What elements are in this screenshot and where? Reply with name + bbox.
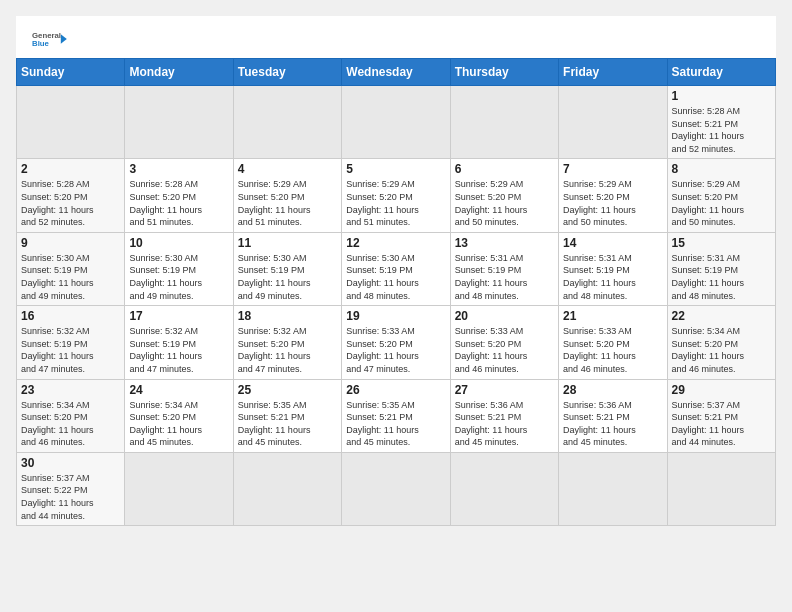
day-info: Sunrise: 5:30 AM Sunset: 5:19 PM Dayligh… — [346, 252, 445, 302]
day-number: 25 — [238, 383, 337, 397]
weekday-header-row: SundayMondayTuesdayWednesdayThursdayFrid… — [17, 59, 776, 86]
day-info: Sunrise: 5:28 AM Sunset: 5:20 PM Dayligh… — [129, 178, 228, 228]
calendar-cell: 28Sunrise: 5:36 AM Sunset: 5:21 PM Dayli… — [559, 379, 667, 452]
day-info: Sunrise: 5:37 AM Sunset: 5:22 PM Dayligh… — [21, 472, 120, 522]
day-info: Sunrise: 5:34 AM Sunset: 5:20 PM Dayligh… — [21, 399, 120, 449]
week-row-4: 23Sunrise: 5:34 AM Sunset: 5:20 PM Dayli… — [17, 379, 776, 452]
weekday-sunday: Sunday — [17, 59, 125, 86]
calendar-cell: 12Sunrise: 5:30 AM Sunset: 5:19 PM Dayli… — [342, 232, 450, 305]
day-number: 27 — [455, 383, 554, 397]
day-info: Sunrise: 5:32 AM Sunset: 5:20 PM Dayligh… — [238, 325, 337, 375]
svg-text:Blue: Blue — [32, 39, 50, 48]
weekday-monday: Monday — [125, 59, 233, 86]
calendar-cell: 15Sunrise: 5:31 AM Sunset: 5:19 PM Dayli… — [667, 232, 775, 305]
calendar-cell: 2Sunrise: 5:28 AM Sunset: 5:20 PM Daylig… — [17, 159, 125, 232]
day-number: 10 — [129, 236, 228, 250]
day-info: Sunrise: 5:30 AM Sunset: 5:19 PM Dayligh… — [238, 252, 337, 302]
day-number: 26 — [346, 383, 445, 397]
day-info: Sunrise: 5:29 AM Sunset: 5:20 PM Dayligh… — [563, 178, 662, 228]
calendar-cell: 13Sunrise: 5:31 AM Sunset: 5:19 PM Dayli… — [450, 232, 558, 305]
day-info: Sunrise: 5:32 AM Sunset: 5:19 PM Dayligh… — [21, 325, 120, 375]
calendar-cell: 20Sunrise: 5:33 AM Sunset: 5:20 PM Dayli… — [450, 306, 558, 379]
day-info: Sunrise: 5:28 AM Sunset: 5:21 PM Dayligh… — [672, 105, 771, 155]
day-number: 22 — [672, 309, 771, 323]
day-info: Sunrise: 5:34 AM Sunset: 5:20 PM Dayligh… — [129, 399, 228, 449]
day-info: Sunrise: 5:33 AM Sunset: 5:20 PM Dayligh… — [455, 325, 554, 375]
week-row-5: 30Sunrise: 5:37 AM Sunset: 5:22 PM Dayli… — [17, 452, 776, 525]
svg-text:General: General — [32, 31, 61, 40]
calendar-cell — [559, 86, 667, 159]
day-info: Sunrise: 5:36 AM Sunset: 5:21 PM Dayligh… — [455, 399, 554, 449]
calendar-cell: 24Sunrise: 5:34 AM Sunset: 5:20 PM Dayli… — [125, 379, 233, 452]
day-number: 13 — [455, 236, 554, 250]
calendar-cell: 10Sunrise: 5:30 AM Sunset: 5:19 PM Dayli… — [125, 232, 233, 305]
day-info: Sunrise: 5:29 AM Sunset: 5:20 PM Dayligh… — [346, 178, 445, 228]
calendar-cell: 7Sunrise: 5:29 AM Sunset: 5:20 PM Daylig… — [559, 159, 667, 232]
day-info: Sunrise: 5:30 AM Sunset: 5:19 PM Dayligh… — [21, 252, 120, 302]
day-info: Sunrise: 5:37 AM Sunset: 5:21 PM Dayligh… — [672, 399, 771, 449]
day-number: 5 — [346, 162, 445, 176]
calendar-cell — [233, 452, 341, 525]
calendar-cell: 30Sunrise: 5:37 AM Sunset: 5:22 PM Dayli… — [17, 452, 125, 525]
weekday-tuesday: Tuesday — [233, 59, 341, 86]
day-info: Sunrise: 5:31 AM Sunset: 5:19 PM Dayligh… — [563, 252, 662, 302]
day-number: 9 — [21, 236, 120, 250]
calendar-cell — [342, 86, 450, 159]
week-row-1: 2Sunrise: 5:28 AM Sunset: 5:20 PM Daylig… — [17, 159, 776, 232]
calendar-cell: 29Sunrise: 5:37 AM Sunset: 5:21 PM Dayli… — [667, 379, 775, 452]
calendar-cell: 5Sunrise: 5:29 AM Sunset: 5:20 PM Daylig… — [342, 159, 450, 232]
day-info: Sunrise: 5:29 AM Sunset: 5:20 PM Dayligh… — [238, 178, 337, 228]
day-number: 15 — [672, 236, 771, 250]
day-info: Sunrise: 5:31 AM Sunset: 5:19 PM Dayligh… — [672, 252, 771, 302]
week-row-2: 9Sunrise: 5:30 AM Sunset: 5:19 PM Daylig… — [17, 232, 776, 305]
day-info: Sunrise: 5:30 AM Sunset: 5:19 PM Dayligh… — [129, 252, 228, 302]
calendar-cell — [667, 452, 775, 525]
weekday-friday: Friday — [559, 59, 667, 86]
day-number: 28 — [563, 383, 662, 397]
page-header: General Blue — [16, 16, 776, 58]
day-number: 4 — [238, 162, 337, 176]
weekday-thursday: Thursday — [450, 59, 558, 86]
day-number: 3 — [129, 162, 228, 176]
calendar-cell — [125, 452, 233, 525]
day-number: 8 — [672, 162, 771, 176]
calendar-cell: 26Sunrise: 5:35 AM Sunset: 5:21 PM Dayli… — [342, 379, 450, 452]
day-number: 20 — [455, 309, 554, 323]
calendar-cell: 19Sunrise: 5:33 AM Sunset: 5:20 PM Dayli… — [342, 306, 450, 379]
day-number: 6 — [455, 162, 554, 176]
day-number: 2 — [21, 162, 120, 176]
calendar-cell — [233, 86, 341, 159]
calendar-table: SundayMondayTuesdayWednesdayThursdayFrid… — [16, 58, 776, 526]
day-number: 30 — [21, 456, 120, 470]
calendar-page: General Blue SundayMondayTuesdayWednesda… — [16, 16, 776, 526]
day-number: 19 — [346, 309, 445, 323]
day-info: Sunrise: 5:34 AM Sunset: 5:20 PM Dayligh… — [672, 325, 771, 375]
calendar-cell: 14Sunrise: 5:31 AM Sunset: 5:19 PM Dayli… — [559, 232, 667, 305]
week-row-3: 16Sunrise: 5:32 AM Sunset: 5:19 PM Dayli… — [17, 306, 776, 379]
calendar-cell — [342, 452, 450, 525]
calendar-cell: 22Sunrise: 5:34 AM Sunset: 5:20 PM Dayli… — [667, 306, 775, 379]
calendar-cell — [559, 452, 667, 525]
calendar-cell — [17, 86, 125, 159]
calendar-cell: 17Sunrise: 5:32 AM Sunset: 5:19 PM Dayli… — [125, 306, 233, 379]
calendar-cell: 21Sunrise: 5:33 AM Sunset: 5:20 PM Dayli… — [559, 306, 667, 379]
day-number: 29 — [672, 383, 771, 397]
day-number: 18 — [238, 309, 337, 323]
calendar-cell: 4Sunrise: 5:29 AM Sunset: 5:20 PM Daylig… — [233, 159, 341, 232]
day-info: Sunrise: 5:33 AM Sunset: 5:20 PM Dayligh… — [563, 325, 662, 375]
day-number: 16 — [21, 309, 120, 323]
week-row-0: 1Sunrise: 5:28 AM Sunset: 5:21 PM Daylig… — [17, 86, 776, 159]
calendar-cell: 6Sunrise: 5:29 AM Sunset: 5:20 PM Daylig… — [450, 159, 558, 232]
logo-icon: General Blue — [32, 28, 68, 50]
day-number: 14 — [563, 236, 662, 250]
day-info: Sunrise: 5:35 AM Sunset: 5:21 PM Dayligh… — [238, 399, 337, 449]
weekday-saturday: Saturday — [667, 59, 775, 86]
day-info: Sunrise: 5:29 AM Sunset: 5:20 PM Dayligh… — [672, 178, 771, 228]
weekday-wednesday: Wednesday — [342, 59, 450, 86]
day-info: Sunrise: 5:35 AM Sunset: 5:21 PM Dayligh… — [346, 399, 445, 449]
day-info: Sunrise: 5:29 AM Sunset: 5:20 PM Dayligh… — [455, 178, 554, 228]
calendar-cell: 23Sunrise: 5:34 AM Sunset: 5:20 PM Dayli… — [17, 379, 125, 452]
day-info: Sunrise: 5:31 AM Sunset: 5:19 PM Dayligh… — [455, 252, 554, 302]
calendar-cell: 25Sunrise: 5:35 AM Sunset: 5:21 PM Dayli… — [233, 379, 341, 452]
calendar-cell — [450, 86, 558, 159]
